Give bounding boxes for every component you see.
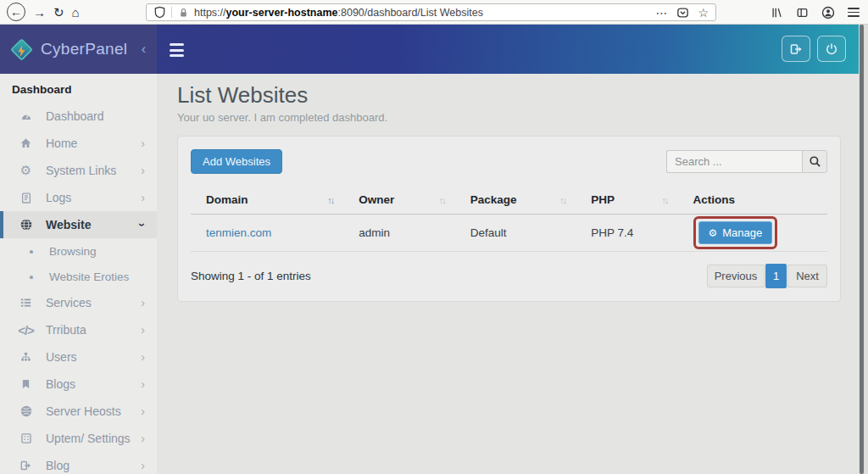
sidebar-item-label: Home [46,137,77,150]
manage-button[interactable]: ⚙ Manage [698,221,773,244]
list-icon [19,297,33,309]
scrollbar-thumb[interactable] [860,25,864,474]
sidebar-item-label: Server Heosts [46,404,121,418]
code-icon: </> [19,323,33,337]
page-actions-icon[interactable]: ⋯ [655,6,668,20]
browser-home-button[interactable]: ⌂ [72,6,80,19]
owner-cell: admin [343,215,454,252]
chevron-right-icon: › [141,459,145,472]
logs-icon [19,192,33,204]
browser-toolbar: ← → ↻ ⌂ https://your-server-hostname:809… [0,0,868,25]
search-button[interactable] [802,150,827,173]
sidebar-item-label: Website Eroties [49,270,129,283]
sidebar-item-home[interactable]: Home › [0,130,157,157]
sidebar-item-trributa[interactable]: </> Trributa › [0,316,157,343]
bullet-icon: • [27,270,36,284]
sidebar-item-website-eroties[interactable]: • Website Eroties [0,264,157,289]
sidebar-item-uptem-settings[interactable]: Uptem/ Settings › [0,425,157,452]
sidebar-collapse-icon[interactable]: ‹ [142,42,146,57]
power-button[interactable] [817,36,846,62]
pagination-page-1-button[interactable]: 1 [765,264,787,288]
sidebar-item-label: Browsing [49,245,97,258]
sort-icon[interactable]: ↑↓ [559,195,565,205]
sidebar-item-browsing[interactable]: • Browsing [0,238,157,264]
chevron-right-icon: › [141,296,145,309]
cyberpanel-logo-icon [10,38,33,61]
sidebar-item-logs[interactable]: Logs › [0,184,157,211]
sidebar-item-services[interactable]: Services › [0,289,157,316]
sidebar-item-label: Website [46,218,91,231]
lock-icon[interactable] [178,7,189,19]
search-input[interactable] [666,150,802,173]
table-row: tenmien.com admin Default PHP 7.4 ⚙ Mana… [191,215,827,252]
column-header-php[interactable]: PHP↑↓ [576,185,677,215]
sort-icon[interactable]: ↑↓ [439,195,445,205]
chevron-right-icon: › [141,350,145,364]
sidebar-item-label: Dashboard [46,109,104,123]
chevron-down-icon: › [136,223,150,227]
pagination: Previous 1 Next [707,264,827,288]
sidebar-item-server-heosts[interactable]: Server Heosts › [0,398,157,425]
logout-button[interactable] [782,36,810,62]
sidebar-item-blog[interactable]: Blog › [0,452,157,474]
bookmark-icon [19,378,33,390]
users-icon [19,351,33,363]
manage-annotation-highlight: ⚙ Manage [693,216,778,249]
exit-arrow-icon [19,460,33,471]
column-header-package[interactable]: Package↑↓ [455,185,576,215]
sidebar-item-label: Uptem/ Settings [46,432,131,445]
url-divider [171,7,172,18]
pocket-icon[interactable] [676,7,689,19]
sidebar-item-label: System Links [46,164,116,177]
brand[interactable]: CyberPanel ‹ [0,25,157,74]
pagination-next-button[interactable]: Next [787,265,827,287]
pagination-previous-button[interactable]: Previous [707,265,765,287]
chevron-right-icon: › [141,191,145,204]
column-header-owner[interactable]: Owner↑↓ [343,185,454,215]
php-cell: PHP 7.4 [576,215,677,252]
library-icon[interactable] [771,7,783,19]
browser-back-button[interactable]: ← [7,3,25,21]
sidebar-item-label: Services [46,296,92,309]
app-header: CyberPanel ‹ [0,25,868,74]
browser-reload-button[interactable]: ↻ [53,6,64,19]
sidebar-item-users[interactable]: Users › [0,343,157,371]
globe-icon [19,218,33,231]
search-icon [809,155,821,168]
sidebar-item-dashboard[interactable]: Dashboard [0,103,157,130]
domain-link[interactable]: tenmien.com [206,226,271,239]
bullet-icon: • [27,244,36,259]
chevron-right-icon: › [141,404,145,418]
menu-toggle-button[interactable] [170,43,184,57]
sort-icon[interactable]: ↑↓ [327,195,333,205]
sidebar-item-label: Logs [46,191,71,204]
sidebar-item-website[interactable]: Website › [0,211,157,238]
websites-card: Add Websites Domain↑↓ Owner↑↓ Package↑↓ … [177,136,841,302]
chevron-right-icon: › [141,323,145,337]
earth-icon [19,404,33,418]
account-icon[interactable] [821,6,835,20]
sidebar-item-system-links[interactable]: ⚙ System Links › [0,157,157,184]
showing-entries-text: Showing 1 - of 1 entries [191,270,311,282]
browser-forward-button[interactable]: → [33,6,46,19]
sidebar-item-blogs[interactable]: Blogs › [0,371,157,398]
gear-icon: ⚙ [709,228,718,238]
address-bar[interactable]: https://your-server-hostname:8090/dashbo… [146,3,716,21]
main-content: List Websites Your uo server. I am compl… [157,74,868,474]
bookmark-star-icon[interactable]: ☆ [698,6,709,20]
settings-list-icon [19,432,33,444]
url-text[interactable]: https://your-server-hostname:8090/dashbo… [194,7,655,19]
sidebar-item-label: Trributa [46,323,86,337]
brand-name: CyberPanel [41,40,127,59]
sidebar-toggle-icon[interactable] [796,7,809,19]
shield-icon[interactable] [153,6,166,19]
add-websites-button[interactable]: Add Websites [191,149,282,174]
websites-table: Domain↑↓ Owner↑↓ Package↑↓ PHP↑↓ Actions… [191,185,827,252]
column-header-domain[interactable]: Domain↑↓ [191,185,343,215]
back-icon: ← [10,5,22,19]
sort-icon[interactable]: ↑↓ [662,195,668,205]
browser-menu-icon[interactable] [848,8,860,17]
page-title: List Websites [177,82,841,109]
column-header-actions[interactable]: Actions [678,185,828,215]
scrollbar-track[interactable] [859,25,868,474]
